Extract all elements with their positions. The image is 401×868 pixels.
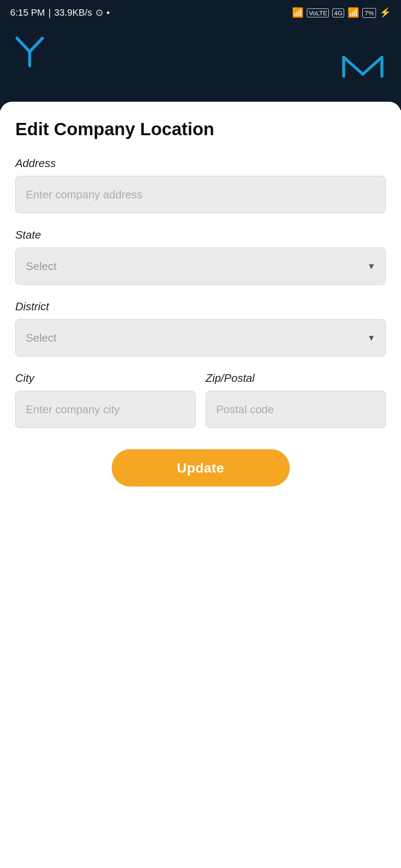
district-section: District Select District 1 District 2 Di… (15, 300, 386, 356)
district-select[interactable]: Select District 1 District 2 District 3 (15, 319, 386, 356)
state-section: State Select Alabama Alaska Arizona Cali… (15, 228, 386, 285)
wifi-icon: 📶 (292, 7, 303, 18)
zip-label: Zip/Postal (206, 372, 386, 385)
zip-input[interactable] (206, 391, 386, 428)
address-section: Address (15, 157, 386, 213)
city-col: City (15, 372, 196, 428)
status-time: 6:15 PM (10, 7, 45, 18)
update-btn-wrapper: Update (15, 449, 386, 487)
state-select-wrapper: Select Alabama Alaska Arizona California… (15, 248, 386, 285)
bolt-icon: ⚡ (379, 7, 391, 18)
edit-company-location-card: Edit Company Location Address State Sele… (0, 102, 401, 865)
status-left: 6:15 PM | 33.9KB/s ⊙ • (10, 7, 110, 18)
volte-icon: VoLTE (307, 8, 329, 17)
4g-icon: 4G (332, 8, 344, 17)
state-label: State (15, 228, 386, 242)
header-area (0, 25, 401, 110)
status-bar: 6:15 PM | 33.9KB/s ⊙ • 📶 VoLTE 4G 📶 7% ⚡ (0, 0, 401, 25)
page-title: Edit Company Location (15, 119, 386, 140)
state-select[interactable]: Select Alabama Alaska Arizona California… (15, 248, 386, 285)
district-select-wrapper: Select District 1 District 2 District 3 … (15, 319, 386, 356)
city-label: City (15, 372, 196, 385)
address-input[interactable] (15, 176, 386, 213)
logo-m-icon (342, 51, 384, 81)
logo-y-icon (13, 34, 47, 68)
status-dot: • (107, 7, 110, 18)
battery-icon: 7% (362, 8, 376, 18)
status-right: 📶 VoLTE 4G 📶 7% ⚡ (292, 7, 391, 18)
status-alarm-icon: ⊙ (95, 7, 103, 18)
address-label: Address (15, 157, 386, 170)
district-label: District (15, 300, 386, 313)
status-network-speed: 33.9KB/s (54, 7, 92, 18)
zip-col: Zip/Postal (206, 372, 386, 428)
city-zip-row: City Zip/Postal (15, 372, 386, 428)
signal-icon: 📶 (348, 7, 359, 18)
status-network: | (48, 7, 51, 18)
update-button[interactable]: Update (112, 449, 290, 487)
city-input[interactable] (15, 391, 196, 428)
